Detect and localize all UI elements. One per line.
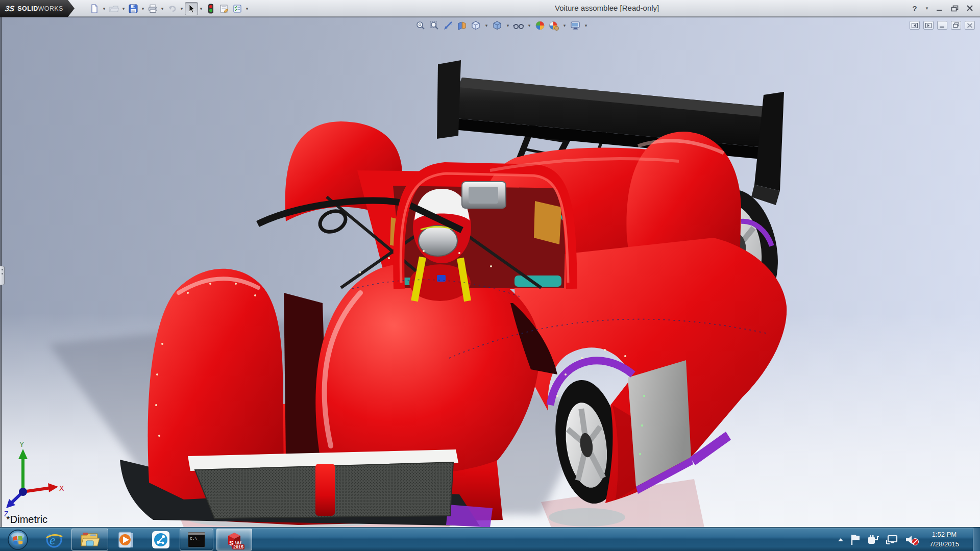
brand-solid: SOLID [17, 5, 38, 12]
svg-text:X: X [59, 484, 64, 492]
clock-date: 7/28/2015 [922, 539, 967, 549]
power-plug-icon[interactable] [867, 534, 880, 546]
start-button[interactable] [4, 529, 32, 550]
traffic-light-icon [208, 4, 214, 14]
taskbar-command-prompt[interactable]: C:\_ [180, 529, 213, 550]
show-desktop-button[interactable] [973, 528, 980, 551]
save-floppy-icon [129, 4, 138, 13]
internet-explorer-icon: e [45, 531, 63, 549]
menu-flyout-arrow[interactable] [68, 0, 75, 17]
file-properties-icon [219, 4, 229, 13]
new-caret-icon[interactable]: ▾ [101, 6, 107, 11]
new-document-icon [90, 4, 99, 13]
file-properties-button[interactable] [217, 2, 231, 15]
print-caret-icon[interactable]: ▾ [159, 6, 165, 11]
solidworks-year-label: 2015 [232, 544, 244, 549]
graphics-viewport[interactable]: ▾ ▾ ▾ [0, 17, 980, 527]
open-button[interactable] [107, 2, 120, 15]
svg-text:Y: Y [19, 440, 24, 448]
restore-icon [951, 5, 959, 12]
window-controls: ? ▾ [909, 3, 976, 13]
view-orientation-label: *Dimetric [6, 514, 47, 525]
close-button[interactable] [964, 3, 976, 13]
volume-muted-icon[interactable] [904, 533, 920, 546]
close-icon [966, 5, 973, 11]
minimize-icon [936, 5, 943, 11]
window-title: Voiture assomblee [Read-only] [555, 4, 659, 12]
network-icon[interactable] [886, 534, 899, 546]
new-document-button[interactable] [88, 2, 101, 15]
windows-taskbar: e [0, 527, 980, 551]
undo-arrow-icon [167, 4, 177, 13]
brand-works: WORKS [38, 5, 63, 12]
taskbar-clock[interactable]: 1:52 PM 7/28/2015 [922, 530, 967, 549]
action-center-flag-icon[interactable] [850, 534, 861, 546]
taskbar-internet-explorer[interactable]: e [41, 529, 67, 550]
open-folder-icon [109, 4, 119, 13]
share-app-icon [152, 531, 170, 549]
windows-explorer-icon [80, 531, 100, 548]
options-button[interactable] [231, 2, 244, 15]
help-button[interactable]: ? [909, 3, 921, 13]
show-hidden-icons-button[interactable] [837, 537, 844, 542]
minimize-button[interactable] [933, 3, 945, 13]
printer-icon [148, 4, 158, 13]
taskbar-solidworks[interactable]: S W 2015 [216, 529, 252, 550]
system-tray [837, 528, 920, 551]
restore-button[interactable] [948, 3, 961, 13]
3d-model-race-car[interactable]: Y X Z [0, 17, 980, 528]
solidworks-logo[interactable]: 3S SOLID WORKS [0, 0, 68, 17]
solidworks-2015-icon: S W 2015 [225, 531, 243, 549]
rebuild-button[interactable] [204, 2, 217, 15]
reference-triad: Y X Z [4, 440, 64, 518]
taskbar-windows-explorer[interactable] [71, 529, 108, 550]
print-button[interactable] [146, 2, 159, 15]
select-caret-icon[interactable]: ▾ [198, 6, 204, 11]
options-caret-icon[interactable]: ▾ [244, 6, 250, 11]
save-button[interactable] [127, 2, 140, 15]
select-cursor-icon [187, 4, 195, 13]
taskbar-share-app[interactable] [147, 529, 175, 550]
select-tool-button[interactable] [185, 2, 198, 15]
solidworks-window: 3S SOLID WORKS ▾ ▾ [0, 0, 980, 551]
undo-button[interactable] [165, 2, 179, 15]
command-prompt-icon: C:\_ [188, 532, 205, 547]
media-player-icon [117, 531, 134, 549]
quick-access-toolbar: ▾ ▾ ▾ [88, 2, 250, 15]
3ds-logo-icon: 3S [5, 4, 15, 13]
save-caret-icon[interactable]: ▾ [140, 6, 146, 11]
title-bar: 3S SOLID WORKS ▾ ▾ [0, 0, 980, 17]
help-caret-icon[interactable]: ▾ [924, 6, 930, 11]
front-grille [188, 449, 458, 518]
windows-start-orb-icon [7, 529, 29, 550]
clock-time: 1:52 PM [922, 530, 967, 539]
open-caret-icon[interactable]: ▾ [120, 6, 127, 11]
undo-caret-icon[interactable]: ▾ [179, 6, 185, 11]
rear-view-mirror [462, 182, 506, 208]
options-checklist-icon [233, 4, 242, 13]
taskbar-media-player[interactable] [112, 529, 139, 550]
